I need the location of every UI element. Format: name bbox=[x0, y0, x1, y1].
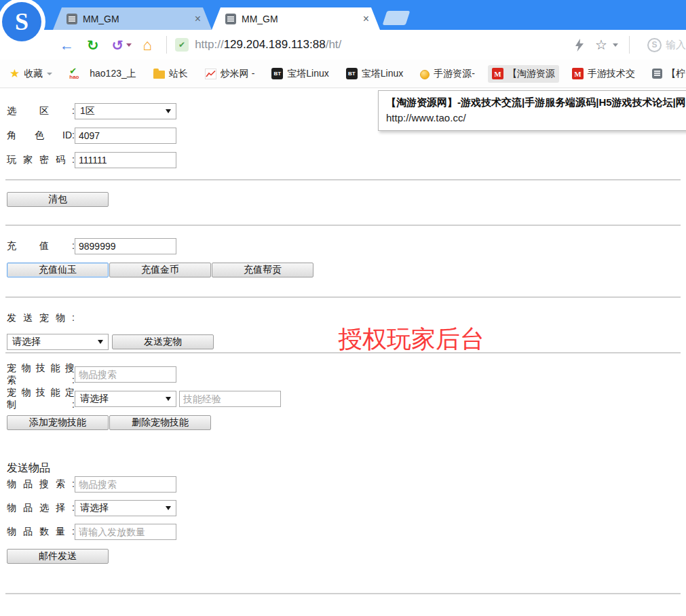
pet-skill-custom-label: 宠 物 技 能 定 制 : bbox=[7, 387, 75, 411]
tab-title: MM_GM bbox=[83, 14, 195, 24]
bookmark-tooltip: 【淘游资源网】-游戏技术交流|手游服务端源码|H5游戏技术论坛|网 http:/… bbox=[378, 90, 686, 131]
send-item-heading: 发送物品 bbox=[7, 461, 686, 474]
pet-select[interactable]: 请选择 bbox=[7, 334, 109, 350]
pet-skill-exp-input[interactable] bbox=[179, 391, 281, 407]
mail-send-button[interactable]: 邮件发送 bbox=[7, 549, 109, 564]
item-search-row: 物 品 搜 索 : bbox=[7, 476, 686, 493]
recharge-banggong-button[interactable]: 充值帮贡 bbox=[212, 263, 313, 277]
select-arrow-icon bbox=[166, 397, 171, 401]
undo-dropdown-icon[interactable] bbox=[126, 43, 132, 47]
tab-mm-gm-2[interactable]: MM_GM × bbox=[212, 7, 380, 30]
bookmark-chaomiwang[interactable]: 炒米网 - bbox=[201, 65, 259, 83]
line-chart-icon bbox=[205, 69, 216, 79]
delete-pet-skill-button[interactable]: 删除宠物技能 bbox=[109, 415, 211, 430]
item-qty-input[interactable] bbox=[75, 524, 176, 540]
bookmarks-bar: ★ 收藏 ✔ hao hao123_上 站长 炒米网 - BT 宝塔Linux … bbox=[0, 60, 686, 88]
undo-icon[interactable]: ↺ bbox=[112, 38, 124, 52]
recharge-buttons-row: 充值仙玉 充值金币 充值帮贡 bbox=[7, 263, 686, 277]
recharge-amount-input[interactable] bbox=[75, 238, 176, 254]
item-search-label: 物 品 搜 索 : bbox=[7, 478, 75, 490]
sogou-logo-icon: S bbox=[2, 2, 41, 41]
zone-label: 选 区 : bbox=[7, 105, 75, 117]
sogou-search-icon[interactable]: S bbox=[647, 38, 662, 52]
role-id-input[interactable] bbox=[75, 128, 176, 144]
url-path: /ht/ bbox=[326, 38, 342, 51]
watermark-text: 授权玩家后台 bbox=[338, 323, 484, 356]
bookmark-star-icon[interactable]: ☆ bbox=[595, 37, 607, 53]
add-pet-skill-button[interactable]: 添加宠物技能 bbox=[7, 415, 109, 430]
send-pet-button[interactable]: 发送宠物 bbox=[112, 334, 214, 349]
password-input[interactable] bbox=[75, 152, 176, 168]
bookmark-shouyou-jishu[interactable]: M 手游技术交 bbox=[568, 65, 639, 83]
bookmark-baota-linux-2[interactable]: BT 宝塔Linux bbox=[342, 65, 407, 83]
divider bbox=[5, 179, 681, 180]
role-id-label: 角 色 ID: bbox=[7, 130, 75, 142]
bookmark-favorites[interactable]: ★ 收藏 bbox=[5, 64, 56, 83]
hao123-icon: ✔ hao bbox=[69, 68, 85, 80]
browser-toolbar: ← ↻ ↺ ⌂ ✔ http://129.204.189.113:88/ht/ … bbox=[0, 30, 686, 60]
toolbar-divider bbox=[629, 36, 630, 54]
item-search-input[interactable] bbox=[75, 476, 176, 493]
star-dropdown-icon[interactable] bbox=[613, 43, 618, 47]
chevron-down-icon bbox=[47, 73, 52, 75]
bookmark-zhanzhang[interactable]: 站长 bbox=[149, 65, 192, 83]
item-select[interactable]: 请选择 bbox=[75, 500, 176, 516]
recharge-label: 充 值 : bbox=[7, 240, 75, 252]
divider bbox=[5, 296, 681, 298]
bt-panel-icon: BT bbox=[346, 68, 358, 79]
search-hint[interactable]: 输入 bbox=[666, 39, 686, 52]
url-host: 129.204.189.113:88 bbox=[224, 38, 326, 51]
tooltip-title: 【淘游资源网】-游戏技术交流|手游服务端源码|H5游戏技术论坛|网 bbox=[386, 94, 686, 110]
toolbar-divider bbox=[166, 36, 167, 54]
divider bbox=[5, 593, 681, 594]
document-icon bbox=[652, 69, 662, 79]
pet-skill-search-label: 宠 物 技 能 搜 索 : bbox=[7, 362, 75, 387]
select-arrow-icon bbox=[166, 506, 171, 510]
gm-panel: 选 区 : 1区 角 色 ID: 玩 家 密 码 : 清包 充 值 : 充值仙玉… bbox=[0, 88, 686, 594]
select-arrow-icon bbox=[98, 340, 103, 344]
back-icon[interactable]: ← bbox=[60, 38, 74, 52]
tooltip-url: http://www.tao.cc/ bbox=[386, 110, 686, 126]
pet-skill-custom-row: 宠 物 技 能 定 制 : 请选择 bbox=[7, 391, 686, 407]
pet-skill-search-input[interactable] bbox=[75, 366, 176, 383]
browser-titlebar: S MM_GM × MM_GM × bbox=[0, 0, 686, 30]
password-label: 玩 家 密 码 : bbox=[7, 154, 75, 166]
tab-close-icon[interactable]: × bbox=[195, 14, 201, 24]
folder-icon bbox=[153, 71, 165, 79]
item-qty-label: 物 品 数 量 : bbox=[7, 526, 75, 538]
m-site-icon: M bbox=[572, 68, 584, 79]
pet-skill-select[interactable]: 请选择 bbox=[75, 391, 176, 407]
new-tab-button[interactable] bbox=[383, 11, 411, 25]
favorites-star-icon: ★ bbox=[9, 66, 20, 81]
pet-skill-search-row: 宠 物 技 能 搜 索 : bbox=[7, 366, 686, 383]
pet-skill-buttons-row: 添加宠物技能 删除宠物技能 bbox=[7, 415, 686, 430]
recharge-xianyu-button[interactable]: 充值仙玉 bbox=[7, 263, 109, 277]
bookmark-hao123[interactable]: ✔ hao hao123_上 bbox=[65, 65, 140, 83]
home-icon[interactable]: ⌂ bbox=[142, 37, 152, 53]
clear-bag-button[interactable]: 清包 bbox=[7, 192, 109, 207]
bookmark-ningmeng[interactable]: 【柠 bbox=[648, 65, 686, 83]
url-scheme: http:// bbox=[195, 38, 224, 51]
site-security-shield-icon[interactable]: ✔ bbox=[175, 38, 189, 52]
item-qty-row: 物 品 数 量 : bbox=[7, 524, 686, 540]
item-select-label: 物 品 选 择 : bbox=[7, 502, 75, 514]
zone-select[interactable]: 1区 bbox=[75, 103, 176, 119]
tab-mm-gm-1[interactable]: MM_GM × bbox=[53, 7, 212, 30]
select-arrow-icon bbox=[166, 109, 171, 113]
send-pet-label: 发 送 宠 物 : bbox=[7, 312, 75, 324]
password-row: 玩 家 密 码 : bbox=[7, 152, 686, 168]
tab-title: MM_GM bbox=[242, 14, 363, 24]
bookmark-shouyou-ziyuan[interactable]: 手游资源- bbox=[416, 65, 479, 83]
tab-close-icon[interactable]: × bbox=[363, 14, 369, 24]
recharge-row: 充 值 : bbox=[7, 238, 686, 254]
refresh-icon[interactable]: ↻ bbox=[87, 38, 99, 52]
lightning-icon[interactable] bbox=[575, 39, 584, 52]
address-bar[interactable]: http://129.204.189.113:88/ht/ bbox=[195, 38, 341, 52]
bt-panel-icon: BT bbox=[271, 68, 283, 79]
divider bbox=[5, 225, 681, 226]
bookmark-taoyou-ziyuan[interactable]: M 【淘游资源 bbox=[488, 65, 559, 83]
bookmark-baota-linux-1[interactable]: BT 宝塔Linux bbox=[267, 65, 332, 83]
page-favicon-icon bbox=[225, 14, 236, 24]
recharge-gold-button[interactable]: 充值金币 bbox=[109, 263, 211, 277]
page-favicon-icon bbox=[66, 14, 77, 24]
